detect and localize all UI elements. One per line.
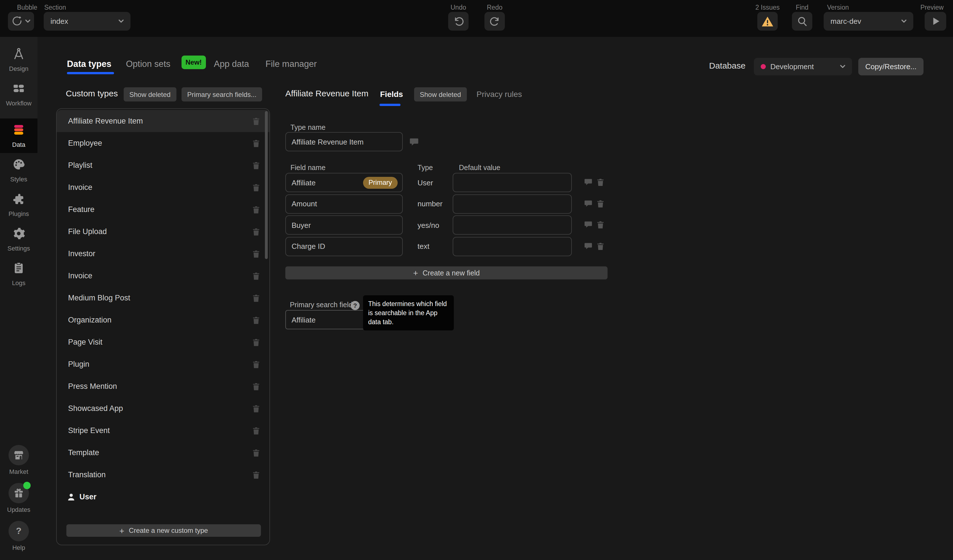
- trash-icon[interactable]: [253, 184, 260, 192]
- sidebar-item-settings[interactable]: Settings: [0, 222, 37, 257]
- left-sidebar: Design Workflow Data Styles Plugins Sett…: [0, 37, 37, 560]
- undo-button[interactable]: [448, 12, 469, 31]
- trash-icon[interactable]: [253, 449, 260, 457]
- primary-search-fields-button[interactable]: Primary search fields...: [182, 87, 262, 101]
- column-type: Type: [418, 164, 433, 172]
- trash-icon[interactable]: [253, 382, 260, 391]
- default-value-input[interactable]: [453, 173, 572, 192]
- field-type[interactable]: User: [418, 173, 433, 192]
- list-item[interactable]: Organization: [57, 309, 269, 331]
- trash-icon[interactable]: [253, 294, 260, 302]
- list-item[interactable]: Medium Blog Post: [57, 287, 269, 309]
- tab-privacy-rules[interactable]: Privacy rules: [476, 90, 522, 99]
- sidebar-item-design[interactable]: Design: [0, 42, 37, 77]
- create-custom-type-button[interactable]: + Create a new custom type: [67, 524, 261, 537]
- list-item[interactable]: Affiliate Revenue Item: [57, 110, 269, 132]
- field-name-input[interactable]: Affiliate Primary: [285, 173, 403, 192]
- comment-icon[interactable]: [584, 178, 593, 186]
- list-item[interactable]: Invoice: [57, 176, 269, 198]
- list-scrollbar[interactable]: [265, 111, 268, 259]
- tab-app-data[interactable]: App data: [214, 59, 249, 69]
- database-environment-select[interactable]: Development: [754, 58, 852, 76]
- list-item[interactable]: Showcased App: [57, 398, 269, 419]
- field-type[interactable]: number: [418, 194, 442, 213]
- tooltip: This determines which field is searchabl…: [363, 295, 454, 331]
- field-name-input[interactable]: Amount: [285, 194, 403, 213]
- trash-icon[interactable]: [253, 250, 260, 258]
- list-item[interactable]: Plugin: [57, 353, 269, 375]
- list-item[interactable]: File Upload: [57, 221, 269, 243]
- type-name-input[interactable]: Affiliate Revenue Item: [285, 132, 403, 151]
- field-type[interactable]: yes/no: [418, 215, 439, 235]
- trash-icon[interactable]: [253, 162, 260, 169]
- list-item[interactable]: Stripe Event: [57, 419, 269, 441]
- sidebar-item-workflow[interactable]: Workflow: [0, 77, 37, 112]
- list-item[interactable]: Press Mention: [57, 375, 269, 398]
- sidebar-item-market[interactable]: Market: [8, 445, 29, 475]
- list-item[interactable]: Translation: [57, 464, 269, 486]
- redo-button[interactable]: [484, 12, 505, 31]
- comment-icon[interactable]: [410, 138, 419, 146]
- fields-tab-underline: [380, 104, 400, 106]
- tab-option-sets[interactable]: Option sets: [126, 59, 171, 69]
- trash-icon[interactable]: [253, 272, 260, 280]
- tab-data-types[interactable]: Data types: [67, 59, 112, 69]
- list-item[interactable]: Feature: [57, 198, 269, 221]
- tab-file-manager[interactable]: File manager: [265, 59, 317, 69]
- comment-icon[interactable]: [584, 221, 593, 228]
- find-button[interactable]: [792, 12, 812, 31]
- user-icon: [67, 493, 75, 501]
- active-tab-underline: [67, 72, 114, 74]
- sidebar-item-logs[interactable]: Logs: [0, 257, 37, 291]
- trash-icon[interactable]: [253, 339, 260, 346]
- list-item[interactable]: Invoice: [57, 265, 269, 287]
- section-select[interactable]: index: [44, 12, 130, 31]
- sidebar-item-updates[interactable]: Updates: [7, 483, 30, 513]
- trash-icon[interactable]: [253, 228, 260, 236]
- list-item[interactable]: Page Visit: [57, 331, 269, 353]
- create-field-button[interactable]: + Create a new field: [285, 266, 607, 280]
- trash-icon[interactable]: [253, 206, 260, 214]
- default-value-input[interactable]: [453, 194, 572, 213]
- copy-restore-button[interactable]: Copy/Restore...: [858, 58, 924, 76]
- default-value-input[interactable]: [453, 237, 572, 256]
- sidebar-item-styles[interactable]: Styles: [0, 153, 37, 187]
- field-name-input[interactable]: Buyer: [285, 215, 403, 235]
- trash-icon[interactable]: [597, 199, 604, 208]
- trash-icon[interactable]: [597, 221, 604, 229]
- top-toolbar: Bubble Section index Undo Redo: [0, 0, 953, 37]
- tab-fields[interactable]: Fields: [380, 90, 403, 99]
- default-value-input[interactable]: [453, 215, 572, 235]
- trash-icon[interactable]: [253, 139, 260, 147]
- preview-button[interactable]: [925, 12, 946, 31]
- list-item[interactable]: Playlist: [57, 154, 269, 176]
- trash-icon[interactable]: [253, 117, 260, 125]
- sidebar-item-help[interactable]: ? Help: [8, 521, 29, 551]
- trash-icon[interactable]: [253, 427, 260, 435]
- trash-icon[interactable]: [597, 178, 604, 187]
- field-type[interactable]: text: [418, 237, 430, 256]
- issues-button[interactable]: [757, 12, 778, 31]
- list-item[interactable]: Investor: [57, 243, 269, 265]
- comment-icon[interactable]: [584, 200, 593, 207]
- undo-icon: [453, 16, 464, 26]
- list-item[interactable]: User: [57, 486, 269, 508]
- sidebar-item-data[interactable]: Data: [0, 119, 37, 153]
- show-deleted-types-button[interactable]: Show deleted: [124, 87, 176, 101]
- field-name-input[interactable]: Charge ID: [285, 237, 403, 256]
- trash-icon[interactable]: [253, 316, 260, 324]
- trash-icon[interactable]: [253, 471, 260, 479]
- list-item[interactable]: Template: [57, 441, 269, 464]
- trash-icon[interactable]: [597, 242, 604, 251]
- show-deleted-fields-button[interactable]: Show deleted: [414, 87, 467, 101]
- comment-icon[interactable]: [584, 243, 593, 250]
- version-select[interactable]: marc-dev: [824, 12, 913, 31]
- help-icon[interactable]: ?: [351, 301, 360, 310]
- trash-icon[interactable]: [253, 360, 260, 368]
- sidebar-item-plugins[interactable]: Plugins: [0, 187, 37, 222]
- trash-icon[interactable]: [253, 405, 260, 413]
- list-item[interactable]: Employee: [57, 132, 269, 154]
- version-value: marc-dev: [830, 17, 901, 26]
- compass-icon: [12, 47, 26, 60]
- bubble-menu-button[interactable]: [8, 12, 34, 31]
